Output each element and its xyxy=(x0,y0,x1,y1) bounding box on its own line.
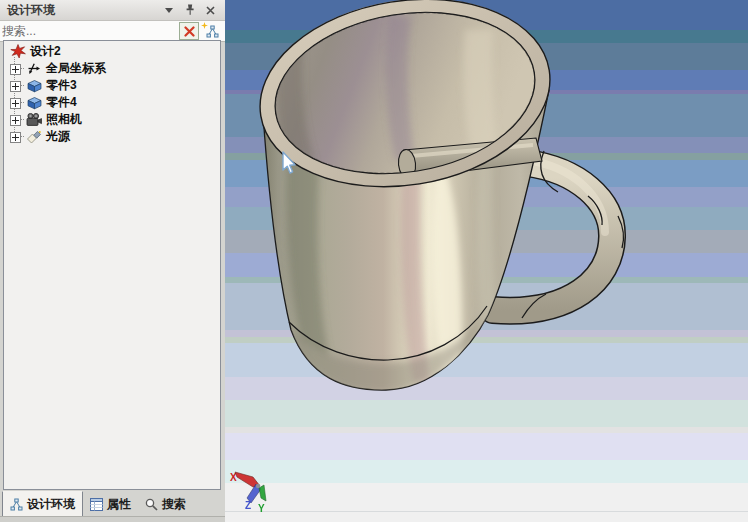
part-icon xyxy=(25,78,43,93)
tab-label: 设计环境 xyxy=(27,496,75,513)
tree-item-label: 照相机 xyxy=(46,111,82,128)
tree-item-design2[interactable]: 设计2 xyxy=(4,43,220,60)
tab-label: 属性 xyxy=(107,496,131,513)
axis-y-label: Y xyxy=(258,503,265,514)
viewport-3d[interactable]: X Z Y xyxy=(225,0,748,522)
search-in-tree-button[interactable] xyxy=(202,22,223,40)
properties-icon xyxy=(90,498,103,511)
axis-triad: X Z Y xyxy=(230,472,266,514)
magnifier-icon xyxy=(145,498,158,511)
coordinate-system-icon xyxy=(25,61,43,76)
tree-item-part4[interactable]: 零件4 xyxy=(4,94,220,111)
expand-plus-icon[interactable] xyxy=(10,64,21,75)
tree-item-label: 零件4 xyxy=(46,94,77,111)
expand-plus-icon[interactable] xyxy=(10,81,21,92)
tab-label: 搜索 xyxy=(162,496,186,513)
axis-origin xyxy=(256,484,260,488)
tree-item-label: 光源 xyxy=(46,128,70,145)
close-icon[interactable] xyxy=(205,5,216,16)
panel-bottom-strip xyxy=(0,516,225,522)
red-x-icon xyxy=(184,26,195,37)
tree-structure-icon xyxy=(10,498,23,511)
app-window: 设计环境 xyxy=(0,0,748,522)
panel-title: 设计环境 xyxy=(0,2,163,19)
panel-window-controls xyxy=(163,5,225,16)
tree-item-label: 全局坐标系 xyxy=(46,60,106,77)
part-icon xyxy=(25,95,43,110)
panel-header: 设计环境 xyxy=(0,0,225,21)
tree-item-label: 设计2 xyxy=(30,43,61,60)
tree-item-global-coordinate-system[interactable]: 全局坐标系 xyxy=(4,60,220,77)
tree-item-light-source[interactable]: 光源 xyxy=(4,128,220,145)
tab-design-environment[interactable]: 设计环境 xyxy=(2,491,83,517)
light-source-icon xyxy=(25,129,43,144)
expand-plus-icon[interactable] xyxy=(10,132,21,143)
expand-plus-icon[interactable] xyxy=(10,115,21,126)
axis-y-arrow xyxy=(259,485,266,501)
chevron-down-icon[interactable] xyxy=(163,5,174,16)
camera-icon xyxy=(25,112,43,127)
tree-item-label: 零件3 xyxy=(46,77,77,94)
search-input[interactable] xyxy=(2,24,179,38)
design-root-icon xyxy=(9,44,27,59)
tree-children: 全局坐标系 零件3 xyxy=(4,60,220,145)
tab-properties[interactable]: 属性 xyxy=(83,492,138,517)
axis-z-label: Z xyxy=(245,500,251,511)
expand-plus-icon[interactable] xyxy=(10,98,21,109)
design-tree-panel: 设计环境 xyxy=(0,0,225,522)
tree-item-camera[interactable]: 照相机 xyxy=(4,111,220,128)
clear-search-button[interactable] xyxy=(179,22,199,40)
mug-model[interactable] xyxy=(246,0,623,408)
pin-icon[interactable] xyxy=(184,5,195,16)
tree-item-part3[interactable]: 零件3 xyxy=(4,77,220,94)
search-bar xyxy=(0,21,225,42)
design-tree: 设计2 全局坐标系 xyxy=(3,40,221,490)
tree-structure-icon xyxy=(206,25,219,38)
panel-tab-row: 设计环境 属性 搜索 xyxy=(0,492,225,517)
tab-search[interactable]: 搜索 xyxy=(138,492,193,517)
